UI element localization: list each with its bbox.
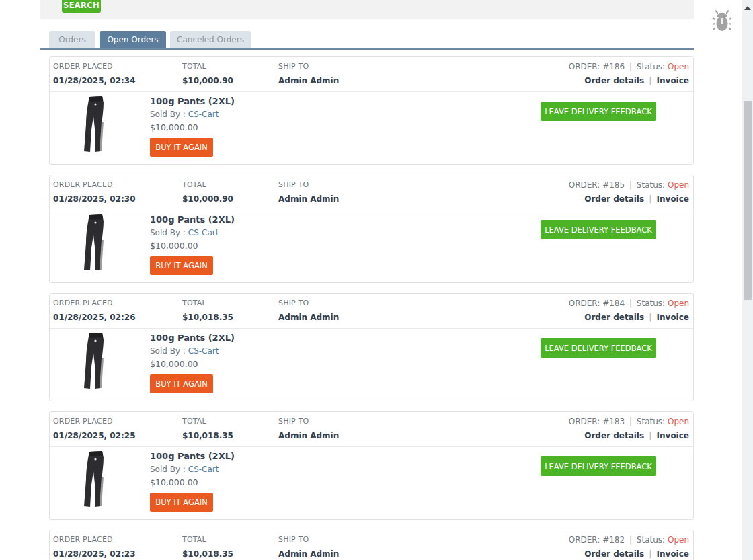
leave-delivery-feedback-button[interactable]: LEAVE DELIVERY FEEDBACK [541,102,656,121]
product-name-link[interactable]: 100g Pants (2XL) [150,96,235,106]
order-details-link[interactable]: Order details [584,431,644,440]
scroll-up-arrow-icon[interactable] [744,6,751,10]
order-links-line: Order details | Invoice [584,313,689,322]
order-placed-label: ORDER PLACED [53,62,113,71]
product-price: $10,000.00 [150,122,198,132]
product-thumbnail[interactable] [73,95,116,154]
invoice-link[interactable]: Invoice [657,313,689,322]
separator: | [627,417,634,426]
total-label: TOTAL [182,62,206,71]
order-status-line: ORDER: #184 | Status: Open [569,298,689,308]
order-links-line: Order details | Invoice [584,549,689,559]
order-details-link[interactable]: Order details [584,76,644,85]
product-name-link[interactable]: 100g Pants (2XL) [150,451,235,461]
separator: | [627,298,634,308]
tab-orders[interactable]: Orders [49,31,95,48]
sold-by-label: Sold By : [150,465,186,474]
leave-delivery-feedback-button[interactable]: LEAVE DELIVERY FEEDBACK [541,220,656,239]
sold-by-label: Sold By : [150,228,186,237]
ship-to-label: SHIP TO [278,535,309,544]
separator: | [627,535,634,545]
search-bar: SEARCH [40,0,694,19]
product-sold-by: Sold By : CS-Cart [150,465,219,474]
buy-it-again-button[interactable]: BUY IT AGAIN [150,256,213,275]
leave-delivery-feedback-button[interactable]: LEAVE DELIVERY FEEDBACK [541,338,656,358]
search-button[interactable]: SEARCH [62,0,101,13]
product-sold-by: Sold By : CS-Cart [150,228,219,237]
order-number: #185 [602,180,625,190]
status-prefix: Status: [637,535,665,545]
order-number-prefix: ORDER: [569,417,600,426]
vendor-link[interactable]: CS-Cart [188,465,219,474]
order-total-value: $10,018.35 [182,549,233,559]
order-placed-value: 01/28/2025, 02:25 [53,431,136,440]
vendor-link[interactable]: CS-Cart [188,346,219,356]
leave-delivery-feedback-button[interactable]: LEAVE DELIVERY FEEDBACK [541,456,656,476]
order-block: ORDER PLACED TOTAL SHIP TO 01/28/2025, 0… [49,175,694,283]
header-divider [50,91,693,92]
buy-it-again-button[interactable]: BUY IT AGAIN [150,493,213,512]
order-block: ORDER PLACED TOTAL SHIP TO 01/28/2025, 0… [49,530,694,560]
sold-by-label: Sold By : [150,110,186,119]
ship-to-value: Admin Admin [278,431,339,440]
tab-canceled-orders[interactable]: Canceled Orders [170,31,251,48]
product-thumbnail[interactable] [73,331,116,391]
pants-image [73,331,116,391]
ship-to-label: SHIP TO [278,62,309,71]
product-thumbnail[interactable] [73,450,116,509]
header-divider [50,328,693,329]
status-value: Open [668,180,689,190]
order-number: #182 [602,535,625,545]
order-total-value: $10,018.35 [182,313,233,322]
vendor-link[interactable]: CS-Cart [188,228,219,237]
product-sold-by: Sold By : CS-Cart [150,110,219,119]
order-details-link[interactable]: Order details [584,549,644,559]
product-price: $10,000.00 [150,477,198,487]
buy-it-again-button[interactable]: BUY IT AGAIN [150,374,213,393]
order-placed-value: 01/28/2025, 02:26 [53,313,136,322]
invoice-link[interactable]: Invoice [657,549,689,559]
separator: | [627,180,634,190]
vendor-link[interactable]: CS-Cart [188,110,219,119]
order-number-prefix: ORDER: [569,180,600,190]
product-thumbnail[interactable] [73,213,116,272]
pants-image [73,450,116,509]
product-price: $10,000.00 [150,241,198,251]
product-name-link[interactable]: 100g Pants (2XL) [150,333,235,343]
product-sold-by: Sold By : CS-Cart [150,346,219,356]
order-status-line: ORDER: #183 | Status: Open [569,417,689,426]
order-total-value: $10,018.35 [182,431,233,440]
order-number: #184 [602,298,625,308]
status-value: Open [668,535,689,545]
order-block: ORDER PLACED TOTAL SHIP TO 01/28/2025, 0… [49,293,694,401]
tab-open-orders[interactable]: Open Orders [100,31,166,48]
order-details-link[interactable]: Order details [584,313,644,322]
order-placed-label: ORDER PLACED [53,180,113,189]
invoice-link[interactable]: Invoice [657,431,689,440]
invoice-link[interactable]: Invoice [657,194,689,204]
header-divider [50,446,693,447]
separator: | [647,431,653,440]
status-value: Open [668,62,689,71]
status-prefix: Status: [637,417,665,426]
order-number: #186 [602,62,625,71]
separator: | [647,76,653,85]
total-label: TOTAL [182,298,206,307]
status-prefix: Status: [637,180,665,190]
scrollbar-thumb[interactable] [744,101,752,300]
order-details-link[interactable]: Order details [584,194,644,204]
bug-icon[interactable] [712,10,732,33]
order-status-line: ORDER: #186 | Status: Open [569,62,689,71]
scrollbar-track [742,0,753,560]
buy-it-again-button[interactable]: BUY IT AGAIN [150,138,213,157]
ship-to-value: Admin Admin [278,76,339,85]
order-placed-value: 01/28/2025, 02:23 [53,549,136,559]
separator: | [627,62,634,71]
ship-to-value: Admin Admin [278,549,339,559]
order-placed-label: ORDER PLACED [53,417,113,426]
product-name-link[interactable]: 100g Pants (2XL) [150,214,235,225]
total-label: TOTAL [182,417,206,426]
invoice-link[interactable]: Invoice [657,76,689,85]
bug-icon-glyph [712,10,732,33]
order-number: #183 [602,417,625,426]
